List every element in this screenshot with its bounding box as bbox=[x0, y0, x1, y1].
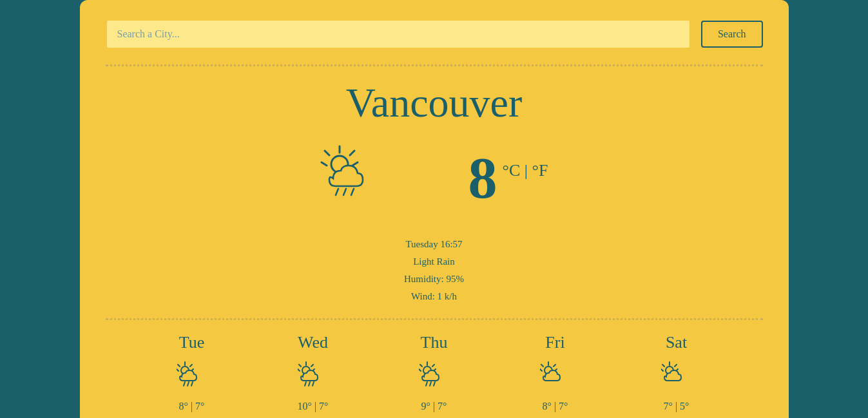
forecast-day-name-sat: Sat bbox=[666, 333, 687, 352]
temperature-units: °C | °F bbox=[503, 161, 548, 180]
forecast-icon-tue bbox=[177, 360, 207, 393]
svg-line-3 bbox=[325, 151, 329, 155]
svg-line-35 bbox=[434, 382, 435, 386]
svg-line-8 bbox=[351, 189, 354, 195]
svg-line-45 bbox=[662, 365, 664, 366]
forecast-day-tue: Tue bbox=[177, 333, 207, 412]
forecast-day-wed: Wed bbox=[298, 333, 329, 412]
svg-line-26 bbox=[313, 382, 314, 386]
svg-line-7 bbox=[343, 189, 346, 195]
forecast-day-fri: Fri 8° | 7° bbox=[540, 333, 571, 412]
forecast-temps-tue: 8° | 7° bbox=[179, 401, 205, 412]
city-name: Vancouver bbox=[106, 79, 763, 127]
wind: Wind: 1 k/h bbox=[106, 288, 763, 305]
forecast-icon-sat bbox=[661, 360, 692, 393]
svg-line-12 bbox=[178, 365, 180, 366]
forecast-row: Tue bbox=[106, 333, 763, 412]
temperature-display: 8 °C | °F bbox=[468, 149, 548, 207]
main-weather-icon bbox=[320, 140, 391, 216]
forecast-day-thu: Thu bbox=[419, 333, 450, 412]
forecast-day-name-fri: Fri bbox=[545, 333, 564, 352]
svg-line-21 bbox=[299, 365, 301, 366]
forecast-day-name-wed: Wed bbox=[298, 333, 328, 352]
svg-line-39 bbox=[541, 365, 543, 366]
svg-line-43 bbox=[661, 369, 663, 371]
forecast-icon-thu bbox=[419, 360, 450, 393]
svg-line-28 bbox=[419, 369, 421, 371]
svg-line-40 bbox=[554, 365, 555, 366]
bottom-divider bbox=[106, 318, 763, 320]
svg-line-13 bbox=[190, 365, 192, 366]
svg-line-25 bbox=[309, 382, 310, 386]
svg-line-19 bbox=[298, 369, 300, 371]
temperature-value: 8 bbox=[468, 149, 497, 207]
svg-line-34 bbox=[430, 382, 431, 386]
svg-line-1 bbox=[322, 162, 327, 166]
svg-line-4 bbox=[350, 151, 354, 155]
svg-line-46 bbox=[675, 365, 677, 366]
svg-line-17 bbox=[191, 382, 193, 386]
condition: Light Rain bbox=[106, 253, 763, 271]
svg-line-6 bbox=[336, 189, 338, 195]
svg-line-16 bbox=[188, 382, 189, 386]
search-input[interactable] bbox=[106, 19, 691, 49]
forecast-temps-wed: 10° | 7° bbox=[298, 401, 329, 412]
app-container: Search Vancouver bbox=[80, 0, 789, 418]
top-divider bbox=[106, 64, 763, 66]
search-button[interactable]: Search bbox=[701, 21, 763, 48]
svg-line-37 bbox=[540, 369, 542, 371]
svg-line-2 bbox=[352, 162, 358, 166]
svg-line-31 bbox=[432, 365, 434, 366]
forecast-icon-wed bbox=[298, 360, 329, 393]
forecast-day-name-thu: Thu bbox=[421, 333, 448, 352]
humidity: Humidity: 95% bbox=[106, 271, 763, 288]
main-weather: 8 °C | °F bbox=[106, 140, 763, 216]
search-bar: Search bbox=[106, 19, 763, 49]
forecast-temps-sat: 7° | 5° bbox=[664, 401, 690, 412]
weather-details: Tuesday 16:57 Light Rain Humidity: 95% W… bbox=[106, 236, 763, 305]
forecast-temps-fri: 8° | 7° bbox=[543, 401, 568, 412]
forecast-day-name-tue: Tue bbox=[179, 333, 205, 352]
svg-line-10 bbox=[177, 369, 178, 371]
svg-line-22 bbox=[311, 365, 313, 366]
svg-line-24 bbox=[305, 382, 306, 386]
forecast-day-sat: Sat 7° | 5° bbox=[661, 333, 692, 412]
svg-line-30 bbox=[420, 365, 422, 366]
svg-line-15 bbox=[184, 382, 185, 386]
forecast-temps-thu: 9° | 7° bbox=[421, 401, 447, 412]
svg-line-33 bbox=[426, 382, 427, 386]
datetime: Tuesday 16:57 bbox=[106, 236, 763, 253]
forecast-icon-fri bbox=[540, 360, 571, 393]
